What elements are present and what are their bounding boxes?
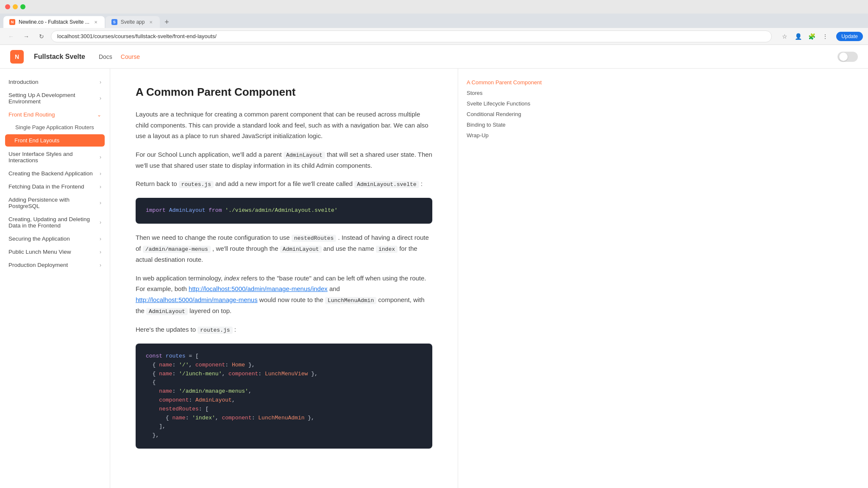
inline-code-adminlayout: AdminLayout xyxy=(284,152,325,159)
chevron-right-icon: › xyxy=(100,249,101,255)
sidebar-item-persistence[interactable]: Adding Persistence with PostgreSQL › xyxy=(0,193,110,213)
chevron-right-icon: › xyxy=(100,154,101,160)
inline-code-routes: routes.js xyxy=(179,181,214,188)
sidebar-item-production[interactable]: Production Deployment › xyxy=(0,258,110,272)
new-tab-button[interactable]: + xyxy=(161,16,172,28)
title-bar xyxy=(0,0,868,14)
profile-icon[interactable]: 👤 xyxy=(792,30,804,42)
chevron-down-icon: ⌄ xyxy=(97,112,101,118)
inline-code-routes2: routes.js xyxy=(198,327,232,334)
sidebar-item-securing[interactable]: Securing the Application › xyxy=(0,232,110,245)
sidebar-item-front-end-routing[interactable]: Front End Routing ⌄ xyxy=(0,108,110,121)
tab2-label: Svelte app xyxy=(121,19,145,25)
sidebar-sub-item-spa-routers[interactable]: Single Page Application Routers xyxy=(0,121,110,133)
main-content: A Common Parent Component Layouts are a … xyxy=(110,69,458,488)
link-index[interactable]: http://localhost:5000/admin/manage-menus… xyxy=(189,285,328,292)
app: N Fullstack Svelte Docs Course Introduct… xyxy=(0,45,868,488)
sidebar-sub-item-front-end-layouts[interactable]: Front End Layouts xyxy=(5,134,105,147)
menu-icon[interactable]: ⋮ xyxy=(819,30,831,42)
app-title: Fullstack Svelte xyxy=(34,53,85,61)
inline-code-lunchmenuadmin: LunchMenuAdmin xyxy=(325,297,376,304)
update-button[interactable]: Update xyxy=(836,32,863,41)
sidebar: Introduction › Setting Up A Development … xyxy=(0,69,110,488)
theme-toggle[interactable] xyxy=(837,52,858,62)
sidebar-item-fetching[interactable]: Fetching Data in the Frontend › xyxy=(0,180,110,193)
para-6: Here's the updates to routes.js : xyxy=(136,324,432,335)
sidebar-item-crud[interactable]: Creating, Updating and Deleting Data in … xyxy=(0,213,110,232)
sidebar-item-backend[interactable]: Creating the Backend Application › xyxy=(0,167,110,180)
nav-course[interactable]: Course xyxy=(121,53,140,60)
inline-code-index: index xyxy=(376,246,398,253)
inline-code-adminlayout2: AdminLayout xyxy=(280,246,322,253)
inline-code-adminlayout3: AdminLayout xyxy=(146,308,188,315)
code-block-1: import AdminLayout from './views/admin/A… xyxy=(136,198,432,224)
toc-item-0[interactable]: A Common Parent Component xyxy=(467,77,542,88)
para-4: Then we need to change the route configu… xyxy=(136,232,432,265)
tab-2[interactable]: S Svelte app ✕ xyxy=(106,16,160,28)
bookmark-icon[interactable]: ☆ xyxy=(779,30,790,42)
close-button[interactable] xyxy=(5,4,10,9)
table-of-contents: A Common Parent Component Stores Svelte … xyxy=(458,69,551,488)
inline-code-nestedroutes: nestedRoutes xyxy=(292,235,337,242)
traffic-lights xyxy=(5,4,25,9)
app-nav: Docs Course xyxy=(99,53,140,60)
chevron-right-icon: › xyxy=(100,219,101,225)
inline-code-admin-path: /admin/manage-menus xyxy=(143,246,211,253)
toc-item-1[interactable]: Stores xyxy=(467,88,542,98)
para-1: Layouts are a technique for creating a c… xyxy=(136,109,432,141)
code-block-2: const routes = [ { name: '/', component:… xyxy=(136,344,432,449)
tab2-favicon: S xyxy=(111,19,117,25)
toolbar-icons: ☆ 👤 🧩 ⋮ xyxy=(779,30,831,42)
link-manage-menus[interactable]: http://localhost:5000/admin/manage-menus xyxy=(136,296,258,303)
sidebar-item-setup[interactable]: Setting Up A Development Environment › xyxy=(0,89,110,108)
extension-icon[interactable]: 🧩 xyxy=(806,30,818,42)
minimize-button[interactable] xyxy=(13,4,18,9)
address-input[interactable] xyxy=(51,30,772,42)
app-body: Introduction › Setting Up A Development … xyxy=(0,69,868,488)
header-right xyxy=(837,52,858,62)
tab2-close[interactable]: ✕ xyxy=(148,19,154,25)
tab1-label: Newline.co - Fullstack Svelte ... xyxy=(19,19,89,25)
para-3: Return back to routes.js and add a new i… xyxy=(136,178,432,189)
chevron-right-icon: › xyxy=(100,79,101,85)
address-bar: ← → ↻ ☆ 👤 🧩 ⋮ Update xyxy=(0,28,868,45)
app-header: N Fullstack Svelte Docs Course xyxy=(0,45,868,69)
chevron-right-icon: › xyxy=(100,184,101,190)
browser-chrome: N Newline.co - Fullstack Svelte ... ✕ S … xyxy=(0,0,868,45)
page-title: A Common Parent Component xyxy=(136,86,432,99)
toc-item-3[interactable]: Conditional Rendering xyxy=(467,109,542,119)
para-2: For our School Lunch application, we'll … xyxy=(136,149,432,171)
app-logo: N xyxy=(10,50,24,64)
maximize-button[interactable] xyxy=(20,4,25,9)
nav-docs[interactable]: Docs xyxy=(99,53,112,60)
forward-button[interactable]: → xyxy=(20,30,32,42)
toc-item-4[interactable]: Binding to State xyxy=(467,119,542,130)
sidebar-item-public-lunch[interactable]: Public Lunch Menu View › xyxy=(0,245,110,258)
toc-item-2[interactable]: Svelte Lifecycle Functions xyxy=(467,98,542,109)
sidebar-item-ui-styles[interactable]: User Interface Styles and Interactions › xyxy=(0,147,110,167)
chevron-right-icon: › xyxy=(100,236,101,242)
inline-code-adminlayout-svelte: AdminLayout.svelte xyxy=(354,181,419,188)
chevron-right-icon: › xyxy=(100,200,101,206)
chevron-right-icon: › xyxy=(100,95,101,101)
tab-bar: N Newline.co - Fullstack Svelte ... ✕ S … xyxy=(0,14,868,28)
toggle-knob xyxy=(839,53,848,61)
toc-item-5[interactable]: Wrap-Up xyxy=(467,130,542,141)
sidebar-item-introduction[interactable]: Introduction › xyxy=(0,75,110,89)
tab-1[interactable]: N Newline.co - Fullstack Svelte ... ✕ xyxy=(3,16,105,28)
chevron-right-icon: › xyxy=(100,171,101,177)
reload-button[interactable]: ↻ xyxy=(36,30,47,42)
para-5: In web application terminology, index re… xyxy=(136,273,432,316)
tab1-close[interactable]: ✕ xyxy=(93,19,99,25)
chevron-right-icon: › xyxy=(100,262,101,268)
back-button[interactable]: ← xyxy=(5,30,17,42)
tab1-favicon: N xyxy=(9,19,15,25)
